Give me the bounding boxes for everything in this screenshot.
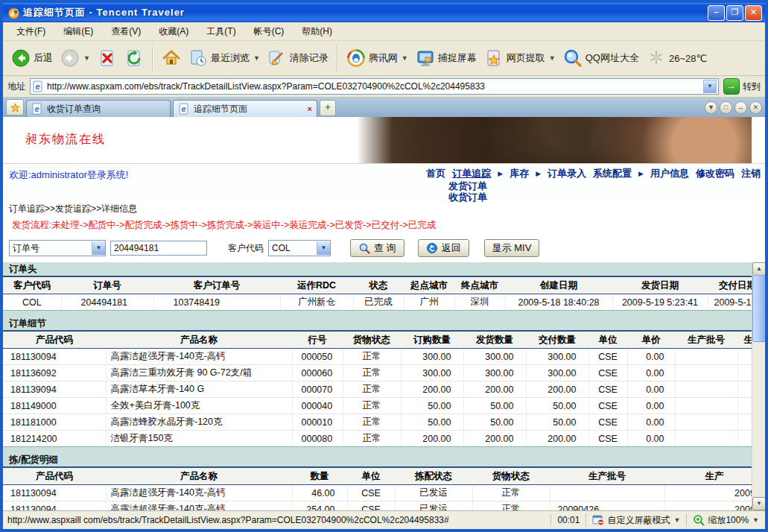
table-cell: 103748419: [153, 294, 280, 311]
tab-arrange-icon[interactable]: ↔: [734, 101, 747, 114]
query-button[interactable]: 查 询: [350, 239, 404, 257]
table-row: 181130094高露洁超强牙膏-140克-高钙254.00CSE已发运正常20…: [3, 501, 764, 511]
recent-browse-button[interactable]: 最近浏览 ▼: [185, 46, 264, 70]
column-header: 拣配状态: [395, 467, 472, 485]
table-cell: 高露洁蜂胶水晶牙膏-120克: [106, 414, 292, 431]
column-header: 生产批号: [550, 467, 664, 485]
order-number-input[interactable]: [110, 241, 207, 256]
site-banner: 昶东物流在线: [3, 117, 765, 164]
table-cell: 正常: [472, 485, 550, 501]
qq-site-label: 腾讯网: [369, 51, 398, 65]
menu-item[interactable]: 收藏(A): [150, 23, 197, 40]
nav-link[interactable]: 库存: [510, 167, 529, 180]
scrollbar-thumb[interactable]: [752, 275, 765, 342]
table-cell: 0.00: [627, 414, 675, 431]
tab-close-icon[interactable]: ×: [308, 104, 312, 113]
table-cell: 全效+美白牙膏-100克: [106, 398, 292, 414]
menu-item[interactable]: 帮助(H): [293, 23, 341, 40]
favorites-button[interactable]: [6, 99, 24, 115]
section-gap: [3, 311, 752, 317]
column-header: 运作RDC: [280, 276, 353, 294]
menu-item[interactable]: 文件(F): [7, 23, 54, 40]
home-button[interactable]: [158, 46, 185, 70]
new-tab-button[interactable]: +: [320, 100, 336, 116]
table-cell: 已发运: [395, 485, 472, 501]
menu-item[interactable]: 编辑(E): [54, 23, 102, 40]
return-button[interactable]: 返回: [418, 239, 469, 257]
table-cell: 0.00: [627, 365, 675, 381]
go-button[interactable]: → 转到: [723, 78, 761, 95]
stop-button[interactable]: [94, 46, 121, 70]
order-type-select[interactable]: 订单号 ▼: [9, 240, 106, 256]
return-icon: [426, 242, 438, 254]
capture-screen-icon: [416, 48, 435, 68]
qq-nav-label: QQ网址大全: [585, 51, 639, 65]
column-header: 客户订单号: [153, 276, 280, 294]
nav-link[interactable]: 订单录入: [548, 167, 586, 180]
sub-nav-link[interactable]: 发货订单: [448, 180, 487, 191]
extract-dropdown-icon[interactable]: ▼: [549, 54, 556, 62]
nav-link[interactable]: 订单追踪: [452, 167, 491, 180]
back-button[interactable]: 后退: [7, 46, 57, 70]
recent-dropdown-icon[interactable]: ▼: [253, 54, 260, 62]
weather-widget[interactable]: 26~28℃: [643, 46, 711, 70]
tab-list-chevron-icon[interactable]: ▼: [705, 101, 717, 114]
customer-code-select[interactable]: COL ▼: [268, 240, 331, 256]
forward-dropdown-icon[interactable]: ▼: [83, 54, 90, 62]
table-cell: 50.00: [526, 398, 588, 414]
nav-link[interactable]: 注销: [741, 167, 761, 180]
table-cell: 000070: [292, 381, 343, 398]
capture-screen-button[interactable]: 捕捉屏幕: [412, 46, 480, 70]
menu-item[interactable]: 查看(V): [102, 23, 150, 40]
address-dropdown-icon[interactable]: ▼: [703, 80, 717, 93]
close-button[interactable]: ✕: [745, 5, 762, 21]
qq-site-dropdown-icon[interactable]: ▼: [402, 54, 408, 62]
table-cell: CSE: [588, 381, 627, 398]
block-mode-dropdown-icon[interactable]: ▼: [673, 516, 680, 524]
block-mode-control[interactable]: 自定义屏蔽模式 ▼: [586, 513, 687, 527]
order-type-value: 订单号: [10, 242, 92, 255]
qq-site-button[interactable]: 腾讯网 ▼: [343, 46, 412, 70]
scroll-down-icon[interactable]: ▼: [752, 497, 765, 510]
tab-label: 收货订单查询: [47, 103, 165, 115]
table-cell: 300.00: [526, 349, 588, 365]
tab-window-icon[interactable]: □: [720, 101, 732, 114]
tab-track-detail[interactable]: e 追踪细节页面 ×: [173, 100, 317, 117]
refresh-button[interactable]: [121, 46, 147, 70]
nav-link[interactable]: 首页: [426, 167, 445, 180]
star-icon: [10, 103, 20, 113]
extract-page-button[interactable]: 网页提取 ▼: [480, 46, 559, 70]
zoom-dropdown-icon[interactable]: ▼: [752, 516, 759, 524]
minimize-button[interactable]: –: [708, 5, 725, 21]
vertical-scrollbar[interactable]: ▲ ▼: [752, 262, 765, 510]
table-cell: 000050: [292, 349, 343, 365]
table-cell: 181139094: [3, 381, 106, 398]
column-header: 产品名称: [106, 331, 292, 349]
nav-link[interactable]: 用户信息: [650, 167, 689, 180]
forward-button[interactable]: ▼: [57, 46, 94, 70]
table-cell: CSE: [588, 365, 627, 381]
nav-link[interactable]: 修改密码: [696, 167, 734, 180]
table-cell: 深圳: [454, 294, 505, 311]
address-input[interactable]: e http://www.aspxam.com/ebs/track/TrackD…: [30, 78, 719, 95]
menu-item[interactable]: 帐号(C): [245, 23, 293, 40]
section-title-order-detail: 订单细节: [3, 317, 752, 330]
scroll-up-icon[interactable]: ▲: [752, 262, 765, 276]
nav-link[interactable]: 系统配置: [593, 167, 632, 180]
clear-history-button[interactable]: 清除记录: [264, 46, 332, 70]
menu-item[interactable]: 工具(T): [197, 23, 244, 40]
table-cell: 高露洁超强牙膏-140克-高钙: [106, 501, 292, 511]
order-header-table: 客户代码订单号客户订单号运作RDC状态起点城市终点城市创建日期发货日期交付日期C…: [3, 276, 765, 311]
zoom-control[interactable]: 缩放100% ▼: [687, 513, 765, 527]
table-row: 181149000全效+美白牙膏-100克000040正常50.0050.005…: [3, 398, 765, 414]
sub-nav-link[interactable]: 收货订单: [448, 191, 487, 203]
show-miv-button[interactable]: 显示 MIV: [484, 239, 540, 257]
table-cell: 200.00: [463, 381, 526, 398]
go-label: 转到: [743, 80, 761, 93]
qq-nav-button[interactable]: QQ网址大全: [559, 46, 643, 70]
tab-receive-order-query[interactable]: e 收货订单查询: [26, 100, 171, 117]
header-row: 客户代码订单号客户订单号运作RDC状态起点城市终点城市创建日期发货日期交付日期: [3, 276, 765, 294]
maximize-button[interactable]: ❐: [726, 5, 743, 21]
section-gap: [3, 447, 752, 453]
tab-close-all-icon[interactable]: ✕: [749, 101, 762, 114]
